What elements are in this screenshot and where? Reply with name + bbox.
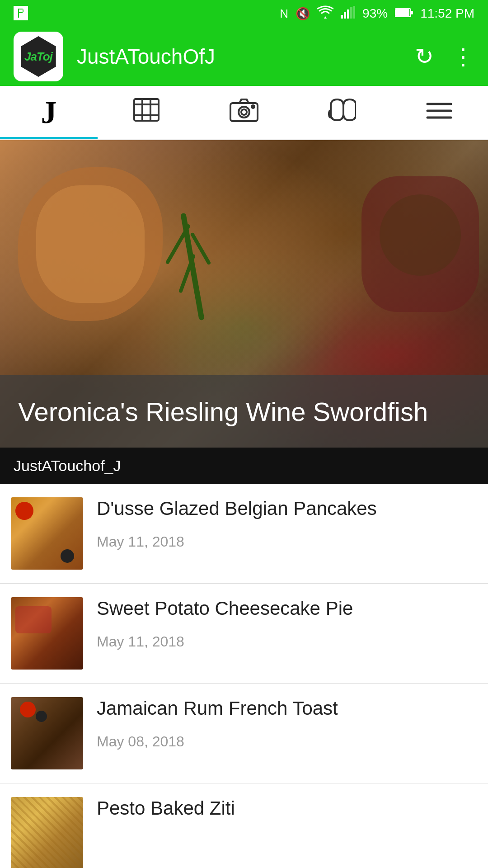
tab-audio[interactable] <box>293 86 390 139</box>
tab-video-icon <box>133 98 160 127</box>
section-header-text: JustATouchof_J <box>14 457 121 475</box>
tab-menu-icon <box>426 99 453 127</box>
article-title: D'usse Glazed Belgian Pancakes <box>97 497 477 520</box>
tab-menu[interactable] <box>390 86 488 139</box>
hero-title: Veronica's Riesling Wine Swordfish <box>18 396 428 427</box>
more-options-button[interactable]: ⋮ <box>452 43 474 70</box>
article-thumbnail <box>11 497 83 570</box>
svg-rect-8 <box>134 99 159 121</box>
article-content: Pesto Baked Ziti <box>97 797 477 833</box>
battery-icon <box>395 6 413 21</box>
battery-text: 93% <box>362 6 388 21</box>
svg-point-16 <box>252 105 254 108</box>
tab-photo[interactable] <box>195 86 293 139</box>
section-header: JustATouchof_J <box>0 448 488 484</box>
svg-rect-7 <box>411 11 413 14</box>
article-content: Jamaican Rum French Toast May 08, 2018 <box>97 697 477 750</box>
app-title: JustATouchOfJ <box>77 44 401 69</box>
signal-icon <box>341 6 355 22</box>
app-shortcut-icon: 🅿 <box>14 5 28 22</box>
article-date: May 11, 2018 <box>97 533 477 550</box>
status-bar: 🅿 N 🔇 93% <box>0 0 488 27</box>
svg-point-14 <box>239 107 249 118</box>
article-title: Pesto Baked Ziti <box>97 797 477 820</box>
hero-overlay: Veronica's Riesling Wine Swordfish <box>0 375 488 448</box>
svg-rect-1 <box>344 12 346 19</box>
tab-video[interactable] <box>98 86 195 139</box>
list-item[interactable]: Sweet Potato Cheesecake Pie May 11, 2018 <box>0 584 488 684</box>
article-content: D'usse Glazed Belgian Pancakes May 11, 2… <box>97 497 477 550</box>
list-item[interactable]: D'usse Glazed Belgian Pancakes May 11, 2… <box>0 484 488 584</box>
svg-rect-0 <box>341 15 343 19</box>
status-right: N 🔇 93% <box>280 5 474 22</box>
list-item[interactable]: Jamaican Rum French Toast May 08, 2018 <box>0 684 488 783</box>
svg-rect-4 <box>353 6 355 19</box>
logo-text: JaToj <box>24 50 52 64</box>
status-left: 🅿 <box>14 5 28 22</box>
nav-tabs: J <box>0 86 488 140</box>
article-title: Sweet Potato Cheesecake Pie <box>97 597 477 620</box>
article-thumbnail <box>11 697 83 769</box>
svg-rect-6 <box>395 9 409 16</box>
list-item[interactable]: Pesto Baked Ziti <box>0 783 488 868</box>
article-thumbnail <box>11 797 83 868</box>
tab-audio-icon <box>327 98 356 127</box>
wifi-icon <box>317 5 333 22</box>
time: 11:52 PM <box>420 6 474 21</box>
tab-photo-icon <box>230 98 258 127</box>
svg-rect-3 <box>350 7 352 19</box>
article-thumbnail <box>11 597 83 670</box>
svg-rect-2 <box>347 9 349 19</box>
article-date: May 11, 2018 <box>97 633 477 650</box>
logo-hexagon: JaToj <box>18 36 59 77</box>
app-header: JaToj JustATouchOfJ ↻ ⋮ <box>0 27 488 86</box>
tab-blog[interactable]: J <box>0 86 98 139</box>
nfc-icon: N <box>280 7 288 21</box>
article-date: May 08, 2018 <box>97 733 477 750</box>
mute-icon: 🔇 <box>296 7 310 21</box>
app-logo[interactable]: JaToj <box>14 32 63 81</box>
refresh-button[interactable]: ↻ <box>415 43 434 70</box>
hero-section[interactable]: Veronica's Riesling Wine Swordfish <box>0 140 488 448</box>
svg-point-15 <box>241 109 247 115</box>
article-list: D'usse Glazed Belgian Pancakes May 11, 2… <box>0 484 488 868</box>
article-content: Sweet Potato Cheesecake Pie May 11, 2018 <box>97 597 477 650</box>
article-title: Jamaican Rum French Toast <box>97 697 477 720</box>
tab-blog-icon: J <box>41 94 57 131</box>
header-actions: ↻ ⋮ <box>415 43 474 70</box>
